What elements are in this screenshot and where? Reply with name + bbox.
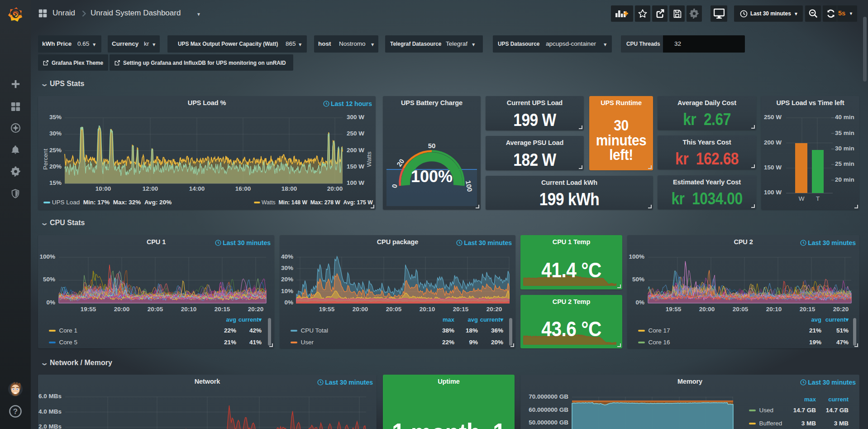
svg-text:0: 0 <box>390 183 398 188</box>
svg-text:50: 50 <box>428 142 436 149</box>
svg-text:100: 100 <box>464 180 474 193</box>
svg-text:100%: 100% <box>411 167 453 186</box>
svg-text:?: ? <box>13 407 18 416</box>
